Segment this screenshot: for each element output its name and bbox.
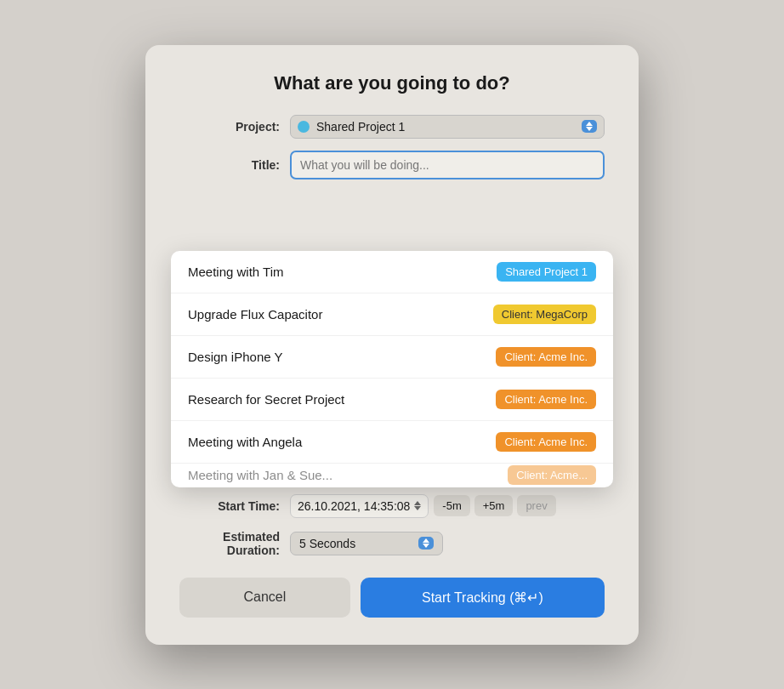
suggestion-item[interactable]: Upgrade Flux Capacitor Client: MegaCorp [171,293,613,336]
title-label: Title: [179,158,290,172]
suggestion-title: Meeting with Tim [188,265,284,279]
suggestion-badge: Client: Acme Inc. [496,390,596,409]
main-dialog: What are you going to do? Project: Share… [145,45,639,645]
suggestion-item[interactable]: Meeting with Angela Client: Acme Inc. [171,421,613,464]
suggestion-title: Research for Secret Project [188,392,344,407]
suggestion-item[interactable]: Meeting with Tim Shared Project 1 [171,251,613,293]
start-tracking-button[interactable]: Start Tracking (⌘↵) [361,578,605,618]
start-time-label: Start Time: [179,499,290,513]
title-row: Title: [179,151,605,179]
project-name-text: Shared Project 1 [316,120,577,134]
minus5-button[interactable]: -5m [434,495,469,516]
project-select[interactable]: Shared Project 1 [290,115,605,139]
suggestion-title: Design iPhone Y [188,350,282,364]
duration-select[interactable]: 5 Seconds [290,532,443,555]
suggestion-item[interactable]: Meeting with Jan & Sue... Client: Acme..… [171,464,613,487]
suggestion-badge: Client: Acme... [508,465,596,485]
start-time-input[interactable]: 26.10.2021, 14:35:08 [290,494,429,518]
duration-stepper-up-icon [423,538,429,543]
dialog-title: What are you going to do? [179,72,605,94]
project-row: Project: Shared Project 1 [179,115,605,139]
suggestion-badge: Client: Acme Inc. [496,347,596,367]
button-row: Cancel Start Tracking (⌘↵) [179,578,605,618]
duration-row: Estimated Duration: 5 Seconds [179,530,605,557]
cancel-button[interactable]: Cancel [179,578,350,618]
dialog-inner: What are you going to do? Project: Share… [179,72,605,618]
time-stepper-down-icon [414,506,421,510]
suggestion-title: Meeting with Angela [188,435,302,449]
suggestion-item[interactable]: Research for Secret Project Client: Acme… [171,379,613,421]
duration-label: Estimated Duration: [179,530,290,557]
project-dot-icon [298,121,310,133]
project-stepper-up-icon [586,122,593,126]
suggestion-title: Meeting with Jan & Sue... [188,468,332,482]
suggestions-dropdown: Meeting with Tim Shared Project 1 Upgrad… [171,251,613,487]
duration-value: 5 Seconds [299,537,355,550]
suggestion-title: Upgrade Flux Capacitor [188,307,322,322]
suggestion-badge: Client: MegaCorp [493,305,596,324]
duration-stepper[interactable] [418,537,434,549]
start-time-value: 26.10.2021, 14:35:08 [298,499,410,513]
title-input[interactable] [290,151,605,179]
suggestion-badge: Shared Project 1 [497,262,596,282]
suggestion-badge: Client: Acme Inc. [496,432,596,452]
project-label: Project: [179,120,290,134]
time-stepper-up-icon [414,501,421,505]
bottom-section: Start Time: 26.10.2021, 14:35:08 -5m +5m… [179,494,605,618]
suggestion-item[interactable]: Design iPhone Y Client: Acme Inc. [171,336,613,379]
plus5-button[interactable]: +5m [474,495,514,516]
prev-button[interactable]: prev [517,495,555,516]
time-stepper[interactable] [414,501,421,510]
duration-stepper-down-icon [423,544,429,548]
start-time-row: Start Time: 26.10.2021, 14:35:08 -5m +5m… [179,494,605,518]
project-stepper-down-icon [586,127,593,131]
project-stepper[interactable] [582,120,597,133]
